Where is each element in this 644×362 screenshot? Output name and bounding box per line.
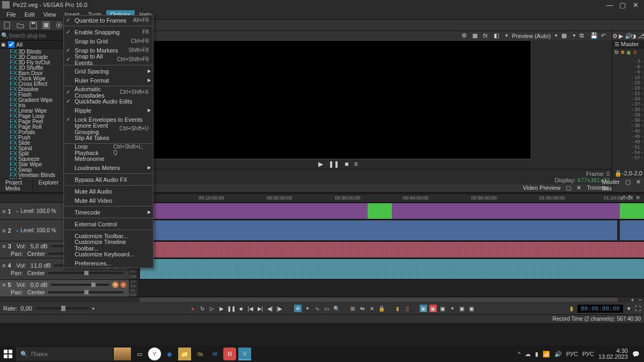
taskbar-search[interactable]: 🔍 Поиск [16, 347, 113, 361]
track-options-icon[interactable]: ≡ [2, 208, 5, 215]
close-button[interactable]: ✕ [629, 1, 642, 9]
rate-menu-icon[interactable]: ▾ [92, 306, 94, 311]
track-content[interactable] [137, 280, 644, 297]
settings-icon[interactable]: ⚙ [612, 33, 619, 39]
fx-item[interactable]: FXSlide [10, 140, 64, 145]
timecode-menu-icon[interactable]: ▾ [627, 305, 631, 312]
play-start-icon[interactable]: ▷ [208, 305, 216, 312]
selection-icon[interactable]: ▭ [323, 305, 331, 312]
go-end-icon[interactable]: ▶| [257, 305, 264, 312]
minimize-button[interactable]: — [603, 1, 616, 9]
fx-item[interactable]: FXFlash [10, 92, 64, 97]
fx-item[interactable]: FXPage Peel [10, 119, 64, 124]
opt-snap-grid[interactable]: Snap to GridCtrl+F8 [64, 36, 153, 46]
fx-item[interactable]: FXIris [10, 102, 64, 108]
render-icon[interactable] [42, 21, 50, 29]
lang-indicator[interactable]: РУС [566, 351, 578, 357]
chevron-down-icon[interactable]: ▼ [554, 33, 558, 38]
script5-icon[interactable]: ▣ [468, 305, 475, 312]
fx-item[interactable]: FX3D Fly In/Out [10, 60, 64, 65]
track-options-icon[interactable]: ≡ [2, 243, 5, 249]
store-icon[interactable]: 🛍 [193, 348, 206, 360]
pan-slider[interactable] [48, 291, 123, 293]
zoom-in-icon[interactable]: + [631, 297, 634, 303]
fx-item[interactable]: FXGradient Wipe [10, 97, 64, 102]
collapse-icon[interactable]: ▣ [1, 42, 6, 47]
fx-item[interactable]: FXSplit [10, 151, 64, 156]
undo-icon[interactable]: ↶ [601, 32, 609, 40]
track-content[interactable] [137, 258, 644, 279]
onedrive-icon[interactable]: ☁ [525, 351, 531, 358]
script2-icon[interactable]: ▣ [429, 305, 437, 312]
opt-custom-keyboard[interactable]: Customize Keyboard... [64, 249, 153, 258]
auto-ripple-icon[interactable]: ⇆ [358, 305, 366, 312]
dim-icon[interactable]: ◑ [631, 33, 638, 39]
yandex-icon[interactable]: Y [148, 348, 161, 360]
fx-item[interactable]: FX3D Cascade [10, 54, 64, 60]
tab-explorer[interactable]: Explorer [33, 179, 64, 192]
opt-loudness-meters[interactable]: Loudness Meters▶ [64, 163, 153, 172]
opt-loop-playback[interactable]: Loop PlaybackCtrl+Shift+L; Q [64, 145, 153, 154]
track-options-icon[interactable]: ≡ [2, 282, 5, 288]
fx-item[interactable]: FXSqueeze [10, 156, 64, 161]
fx-all-check[interactable] [8, 41, 14, 48]
tab-unpin-icon[interactable]: ▢ [566, 184, 571, 191]
opt-auto-crossfades[interactable]: ✓Automatic CrossfadesCtrl+Shift+X [64, 87, 153, 97]
tab-close-icon[interactable]: ✕ [636, 179, 641, 191]
split-icon[interactable]: ◧ [494, 32, 501, 40]
mail-icon[interactable]: ✉ [208, 348, 221, 360]
copy-icon[interactable]: ⧉ [580, 32, 587, 40]
automation-icon[interactable]: ⊕ [633, 49, 637, 55]
start-button[interactable] [0, 346, 16, 362]
clock[interactable]: 4:30 13.02.2023 [598, 348, 628, 360]
properties-icon[interactable] [55, 21, 63, 29]
go-start-icon[interactable]: |◀ [247, 305, 254, 312]
vegas-icon[interactable]: V [238, 348, 251, 360]
mute-icon[interactable]: ✖ [112, 282, 119, 288]
pause-icon[interactable]: ❚❚ [328, 160, 339, 168]
fx-item[interactable]: FXPage Loop [10, 113, 64, 119]
chevron-down-icon[interactable]: ▼ [572, 33, 576, 38]
opt-quantize[interactable]: ✓Quantize to FramesAlt+F8 [64, 16, 153, 25]
fx-item[interactable]: FXLinear Wipe [10, 108, 64, 113]
opt-ripple[interactable]: Ripple▶ [64, 106, 153, 115]
maximize-button[interactable]: ▢ [616, 1, 629, 9]
open-icon[interactable] [16, 21, 25, 29]
auto-crossfade-icon[interactable]: ✕ [368, 305, 376, 312]
opt-enable-snapping[interactable]: ✓Enable SnappingF8 [64, 27, 153, 36]
chevron-down-icon[interactable]: ▼ [504, 33, 509, 38]
menu-icon[interactable]: ≡ [354, 160, 358, 168]
normal-edit-icon[interactable]: ✥ [294, 305, 302, 312]
speaker-icon[interactable]: 🔊 [625, 33, 631, 39]
zoom-icon[interactable]: 🔍 [333, 305, 340, 312]
wifi-icon[interactable]: 📶 [543, 351, 550, 358]
tab-video-preview[interactable]: Video Preview [523, 184, 560, 191]
next-frame-icon[interactable]: |▶ [276, 305, 283, 312]
time-marker-icon[interactable]: ▮ [570, 305, 573, 312]
tab-project-media[interactable]: Project Media [0, 179, 33, 192]
lock-icon[interactable]: 🔒 [378, 305, 385, 312]
track-options-icon[interactable]: ≡ [2, 227, 5, 234]
opt-timecode[interactable]: Timecode▶ [64, 208, 153, 217]
fx-item[interactable]: FX3D Blinds [10, 49, 64, 54]
adjust-icon[interactable]: ⎇ [638, 33, 644, 39]
record-icon[interactable]: ● [189, 305, 196, 312]
envelope-icon[interactable]: ∿ [313, 305, 321, 312]
region-icon[interactable]: ▯ [404, 305, 411, 312]
tray-chevron-icon[interactable]: ^ [518, 351, 521, 357]
fx-item[interactable]: FXClock Wipe [10, 76, 64, 81]
opt-slip-takes[interactable]: Slip All Takes [64, 133, 153, 142]
task-thumb-icon[interactable] [114, 348, 131, 360]
fx-icon[interactable]: fx [483, 32, 491, 40]
timeline-scrollbar[interactable]: + − [0, 297, 644, 302]
opt-external-control[interactable]: External Control [64, 219, 153, 228]
opt-custom-timeline-toolbar[interactable]: Customize Timeline Toolbar... [64, 240, 153, 249]
battery-icon[interactable]: ▮ [535, 351, 538, 358]
settings-icon[interactable]: ⚙ [462, 32, 469, 40]
menu-view[interactable]: View [39, 10, 61, 19]
pan-icon[interactable]: ⤢ [620, 194, 625, 201]
fx-item[interactable]: FXBarn Door [10, 70, 64, 76]
chevron-down-icon[interactable]: ▼ [304, 305, 311, 312]
fx-item[interactable]: FXSpiral [10, 145, 64, 151]
fx-item[interactable]: FXPage Roll [10, 124, 64, 129]
